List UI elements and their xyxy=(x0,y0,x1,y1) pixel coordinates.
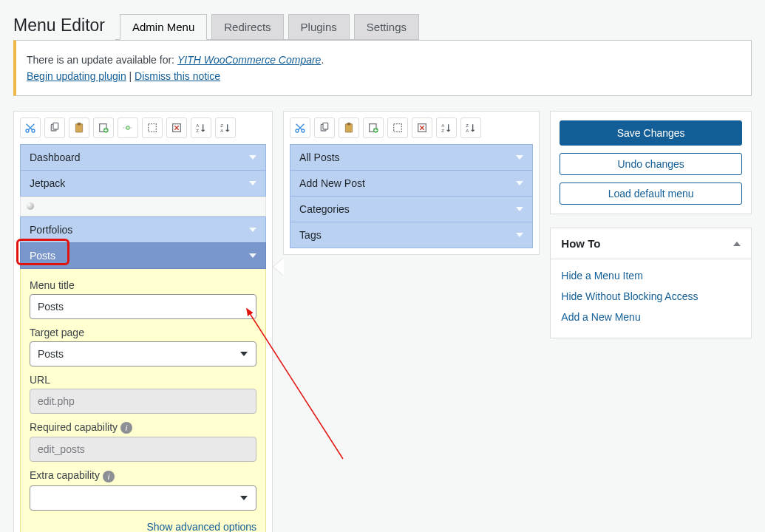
show-advanced-link[interactable]: Show advanced options xyxy=(30,518,256,532)
new-item-icon[interactable] xyxy=(363,117,384,138)
menu-item-label: Tags xyxy=(299,229,322,241)
svg-text:Z: Z xyxy=(220,123,223,128)
copy-icon[interactable] xyxy=(314,117,335,138)
sort-asc-icon[interactable]: AZ xyxy=(436,117,457,138)
howto-link-hide-no-block[interactable]: Hide Without Blocking Access xyxy=(561,286,741,307)
info-icon[interactable]: i xyxy=(120,422,132,434)
extra-capability-label: Extra capabilityi xyxy=(30,469,256,482)
sort-desc-icon[interactable]: ZA xyxy=(460,117,481,138)
menu-title-input[interactable] xyxy=(30,294,256,319)
menu-item-dashboard[interactable]: Dashboard xyxy=(20,144,266,171)
how-to-title: How To xyxy=(561,237,600,250)
cut-icon[interactable] xyxy=(20,117,41,138)
collapse-icon xyxy=(733,242,741,246)
paste-icon[interactable] xyxy=(69,117,89,138)
svg-rect-20 xyxy=(345,124,352,132)
load-default-button[interactable]: Load default menu xyxy=(560,183,742,205)
svg-text:A: A xyxy=(466,129,469,133)
left-menu-column: AZ ZA Dashboard Jetpack Portfolios Posts xyxy=(13,111,273,532)
connector-arrow-icon xyxy=(273,258,284,276)
info-icon[interactable]: i xyxy=(103,471,115,482)
action-buttons: Save Changes Undo changes Load default m… xyxy=(550,111,752,214)
required-capability-input[interactable] xyxy=(30,437,256,462)
menu-item-label: Posts xyxy=(30,250,55,262)
delete-icon[interactable] xyxy=(412,117,432,138)
undo-button[interactable]: Undo changes xyxy=(560,153,742,175)
how-to-toggle[interactable]: How To xyxy=(551,228,751,259)
tab-plugins[interactable]: Plugins xyxy=(288,14,350,39)
notice-text-prefix: There is an update available for: xyxy=(27,54,177,66)
submenu-column: AZ ZA All Posts Add New Post Categories … xyxy=(283,111,540,255)
actions-column: Save Changes Undo changes Load default m… xyxy=(550,111,752,338)
left-toolbar: AZ ZA xyxy=(20,117,266,138)
menu-item-label: All Posts xyxy=(299,151,339,163)
chevron-down-icon xyxy=(516,207,523,211)
target-page-select[interactable]: Posts xyxy=(30,341,256,366)
chevron-down-icon xyxy=(516,181,523,185)
url-label: URL xyxy=(30,374,256,386)
notice-text-suffix: . xyxy=(321,54,324,66)
delete-icon[interactable] xyxy=(166,117,187,138)
svg-text:Z: Z xyxy=(466,123,469,128)
nav-tabs: Admin Menu Redirects Plugins Settings xyxy=(115,14,419,40)
paste-icon[interactable] xyxy=(339,117,359,138)
svg-rect-3 xyxy=(53,123,58,129)
chevron-down-icon xyxy=(249,228,256,232)
update-notice: There is an update available for: YITH W… xyxy=(13,40,752,96)
svg-rect-19 xyxy=(323,123,328,129)
svg-rect-4 xyxy=(75,124,82,132)
menu-item-posts[interactable]: Posts xyxy=(20,242,266,269)
menu-item-label: Categories xyxy=(299,203,350,215)
tab-redirects[interactable]: Redirects xyxy=(211,14,283,39)
menu-item-label: Add New Post xyxy=(299,177,365,189)
svg-text:A: A xyxy=(220,129,223,133)
url-input[interactable] xyxy=(30,389,256,414)
howto-link-hide-item[interactable]: Hide a Menu Item xyxy=(561,265,741,286)
cut-icon[interactable] xyxy=(290,117,310,138)
copy-icon[interactable] xyxy=(44,117,65,138)
chevron-down-icon xyxy=(249,155,256,160)
chevron-down-icon xyxy=(516,155,523,160)
menu-item-label: Dashboard xyxy=(30,151,81,163)
how-to-panel: How To Hide a Menu Item Hide Without Blo… xyxy=(550,228,752,338)
right-toolbar: AZ ZA xyxy=(290,117,533,138)
menu-item-label: Jetpack xyxy=(30,177,65,189)
required-capability-label: Required capabilityi xyxy=(30,421,256,434)
svg-rect-24 xyxy=(394,124,402,132)
svg-text:A: A xyxy=(196,123,199,128)
svg-rect-21 xyxy=(347,123,350,125)
submenu-item-add-new[interactable]: Add New Post xyxy=(290,170,533,197)
chevron-down-icon xyxy=(249,253,256,258)
tab-settings[interactable]: Settings xyxy=(354,14,419,39)
new-menu-icon[interactable] xyxy=(93,117,114,138)
plugin-update-link[interactable]: YITH WooCommerce Compare xyxy=(177,54,322,66)
dismiss-notice-link[interactable]: Dismiss this notice xyxy=(135,70,220,82)
menu-item-jetpack[interactable]: Jetpack xyxy=(20,170,266,197)
svg-text:Z: Z xyxy=(196,129,199,133)
tab-admin-menu[interactable]: Admin Menu xyxy=(120,14,207,40)
begin-update-link[interactable]: Begin updating plugin xyxy=(27,70,126,82)
save-button[interactable]: Save Changes xyxy=(560,120,742,146)
svg-rect-9 xyxy=(149,124,157,132)
svg-text:Z: Z xyxy=(441,129,444,133)
menu-item-label: Portfolios xyxy=(30,224,72,236)
sort-asc-icon[interactable]: AZ xyxy=(191,117,211,138)
submenu-item-tags[interactable]: Tags xyxy=(290,222,533,248)
submenu-item-all-posts[interactable]: All Posts xyxy=(290,144,533,171)
target-page-label: Target page xyxy=(30,327,256,338)
separator-handle-icon xyxy=(27,202,34,210)
new-separator-icon[interactable] xyxy=(118,117,138,138)
menu-item-portfolios[interactable]: Portfolios xyxy=(20,216,266,243)
menu-title-label: Menu title xyxy=(30,279,256,291)
hide-icon[interactable] xyxy=(142,117,163,138)
svg-rect-5 xyxy=(78,123,81,125)
svg-text:A: A xyxy=(441,123,444,128)
submenu-item-categories[interactable]: Categories xyxy=(290,196,533,222)
extra-capability-select[interactable] xyxy=(30,485,256,511)
item-properties-panel: Menu title Target page Posts URL xyxy=(20,268,266,532)
sort-desc-icon[interactable]: ZA xyxy=(215,117,236,138)
hide-icon[interactable] xyxy=(387,117,408,138)
chevron-down-icon xyxy=(249,181,256,185)
menu-separator[interactable] xyxy=(20,196,266,216)
howto-link-add-menu[interactable]: Add a New Menu xyxy=(561,307,741,327)
